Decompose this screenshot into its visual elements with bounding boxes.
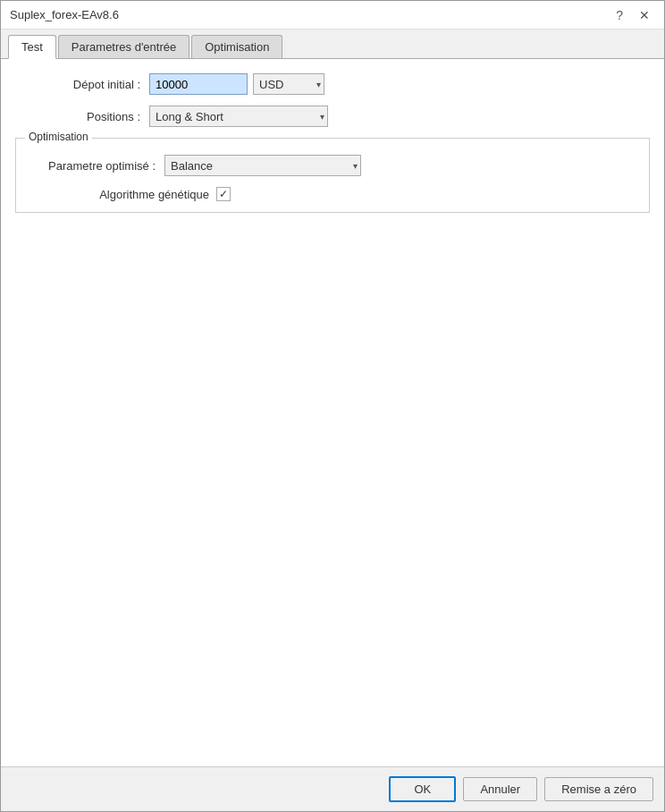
remise-button[interactable]: Remise a zéro [544, 777, 653, 801]
tab-bar: Test Parametres d'entrée Optimisation [1, 30, 664, 59]
depot-label: Dépot initial : [15, 78, 140, 91]
positions-select-wrapper: Long & Short Long only Short only ▾ [149, 106, 328, 127]
parametre-select[interactable]: Balance Profit Drawdown [164, 155, 361, 176]
ok-button[interactable]: OK [389, 776, 456, 802]
optimisation-legend: Optimisation [25, 131, 92, 143]
main-window: Suplex_forex-EAv8.6 ? ✕ Test Parametres … [0, 0, 665, 812]
algorithme-label: Algorithme génétique [30, 188, 209, 201]
parametre-row: Parametre optimisé : Balance Profit Draw… [30, 155, 635, 176]
close-button[interactable]: ✕ [634, 6, 655, 24]
window-title: Suplex_forex-EAv8.6 [10, 8, 119, 21]
algorithme-row: Algorithme génétique ✓ [30, 187, 635, 201]
optimisation-content: Parametre optimisé : Balance Profit Draw… [30, 155, 635, 201]
parametre-label: Parametre optimisé : [30, 159, 156, 173]
checkbox-check-icon: ✓ [219, 188, 228, 200]
positions-select[interactable]: Long & Short Long only Short only [149, 106, 328, 127]
depot-input[interactable] [149, 73, 248, 95]
currency-select[interactable]: USD EUR GBP [253, 73, 324, 95]
positions-label: Positions : [15, 110, 140, 123]
currency-select-wrapper: USD EUR GBP ▾ [248, 73, 324, 95]
help-button[interactable]: ? [610, 6, 628, 24]
annuler-button[interactable]: Annuler [463, 777, 537, 801]
positions-row: Positions : Long & Short Long only Short… [15, 106, 650, 127]
depot-row: Dépot initial : USD EUR GBP ▾ [15, 73, 650, 95]
content-area: Dépot initial : USD EUR GBP ▾ Positions … [1, 59, 664, 766]
tab-parametres[interactable]: Parametres d'entrée [58, 35, 189, 58]
tab-test[interactable]: Test [8, 35, 56, 59]
bottom-bar: OK Annuler Remise a zéro [1, 766, 664, 811]
optimisation-group: Optimisation Parametre optimisé : Balanc… [15, 138, 650, 213]
tab-optimisation[interactable]: Optimisation [191, 35, 282, 58]
title-bar: Suplex_forex-EAv8.6 ? ✕ [1, 1, 664, 30]
parametre-select-wrapper: Balance Profit Drawdown ▾ [164, 155, 361, 176]
algorithme-checkbox[interactable]: ✓ [216, 187, 231, 201]
title-bar-controls: ? ✕ [610, 6, 655, 24]
